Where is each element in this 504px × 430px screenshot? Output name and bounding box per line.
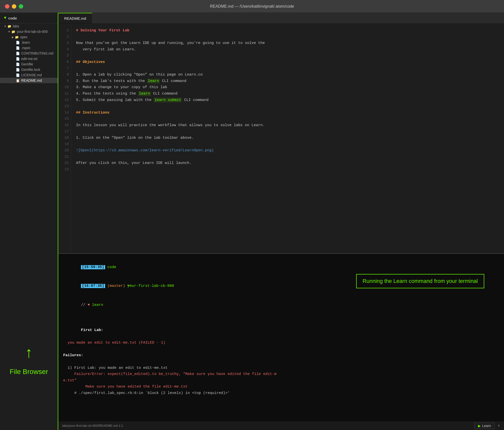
learn-button-label: Learn bbox=[482, 424, 491, 428]
editor-line: In this lesson you will practice the wor… bbox=[76, 122, 499, 129]
arrow-up-icon: ↑ bbox=[24, 346, 33, 361]
terminal-time-2: [16:07:35] bbox=[81, 284, 105, 288]
sidebar-item-gemfile-lock[interactable]: 📄 Gemfile.lock bbox=[0, 67, 58, 72]
sidebar-item-labs[interactable]: ▼ 📁 labs bbox=[0, 23, 58, 29]
editor-line: 3. Make a change to your copy of this la… bbox=[76, 84, 499, 91]
terminal-failure-1: 1) First Lab: you made an edit to edit-m… bbox=[63, 365, 499, 371]
sidebar-item-license[interactable]: 📄 LICENSE.md bbox=[0, 72, 58, 78]
terminal-dir-2: your-first-lab-cb-000 bbox=[125, 284, 174, 288]
sidebar-item-label: spec bbox=[20, 35, 28, 39]
sidebar-item-readme[interactable]: 📋 README.md bbox=[0, 78, 58, 83]
line-number: 23 bbox=[60, 167, 69, 173]
minimize-button[interactable] bbox=[12, 4, 16, 9]
chevron-down-icon: ▼ bbox=[4, 25, 6, 28]
terminal-prompt: // bbox=[81, 303, 88, 307]
editor-line: 5. Submit the passing lab with the learn… bbox=[76, 97, 499, 104]
line-number: 3 bbox=[60, 40, 69, 47]
sidebar-item-label: .learn bbox=[21, 40, 30, 44]
maximize-button[interactable] bbox=[19, 4, 23, 9]
sidebar-item-label: labs bbox=[13, 24, 19, 28]
terminal-line-blank bbox=[63, 314, 499, 321]
line-number: 9 bbox=[60, 78, 69, 85]
terminal-blank bbox=[63, 346, 499, 352]
editor-line bbox=[76, 116, 499, 122]
sidebar-item-contributing[interactable]: 📄 CONTRIBUTING.md bbox=[0, 51, 58, 56]
traffic-lights bbox=[5, 4, 23, 9]
editor-line: Now that you've got the Learn IDE up and… bbox=[76, 40, 499, 47]
line-number: 12 bbox=[60, 97, 69, 104]
editor-area[interactable]: 1 2 3 4 5 6 7 8 9 10 11 12 13 14 15 16 1… bbox=[58, 24, 504, 253]
editor-line: After you click on this, your Learn IDE … bbox=[76, 160, 499, 167]
editor-line: ## Instructions bbox=[76, 110, 499, 116]
chevron-right-icon: ▶ bbox=[12, 36, 14, 39]
tab-label: README.md bbox=[64, 16, 86, 20]
sidebar-item-gemfile[interactable]: 📄 Gemfile bbox=[0, 61, 58, 67]
line-number: 2 bbox=[60, 34, 69, 40]
terminal-dir-1: code bbox=[105, 265, 116, 269]
file-icon: 📋 bbox=[16, 79, 20, 82]
sidebar-item-label: .rspec bbox=[21, 46, 31, 50]
terminal-learn-cmd: learn bbox=[90, 303, 103, 307]
sidebar-item-label: Gemfile.lock bbox=[21, 68, 40, 72]
titlebar-title: README.md — /Users/kaitlinvignali/.atom/… bbox=[210, 4, 294, 9]
tab-readme[interactable]: README.md bbox=[58, 13, 92, 23]
folder-icon: 📁 bbox=[7, 24, 11, 28]
editor-line bbox=[76, 167, 499, 173]
tooltip-box: Running the Learn command from your term… bbox=[356, 274, 484, 288]
terminal-failure-detail-1: Failure/Error: expect(file_edited).to be… bbox=[63, 371, 499, 377]
terminal-area[interactable]: [15:59:35] code [16:07:35] (master) your… bbox=[58, 253, 504, 421]
terminal-failure-detail-4: # ./spec/first.lab_spec.rb:6:in `block (… bbox=[63, 390, 499, 396]
editor-line: ![Open](https://s3.amazonaws.com/learn-v… bbox=[76, 148, 499, 154]
terminal-blank2 bbox=[63, 358, 499, 365]
file-icon: 📄 bbox=[16, 73, 20, 77]
sidebar-item-spec[interactable]: ▶ 📁 spec bbox=[0, 34, 58, 40]
line-number: 7 bbox=[60, 66, 69, 72]
terminal-first-lab-label: First Lab: bbox=[63, 321, 499, 340]
editor-content[interactable]: # Solving Your First Lab Now that you've… bbox=[71, 24, 504, 253]
sidebar-item-learn[interactable]: 📄 .learn bbox=[0, 40, 58, 45]
line-number: 5 bbox=[60, 53, 69, 59]
file-icon: 📄 bbox=[16, 57, 20, 61]
terminal-failure-detail-2: e.txt" bbox=[63, 377, 499, 384]
file-icon: 📄 bbox=[16, 62, 20, 66]
editor-line bbox=[76, 103, 499, 110]
editor-line: 1. Open a lab by clicking "Open" on this… bbox=[76, 72, 499, 78]
sidebar-item-edit-me[interactable]: 📄 edit-me.txt bbox=[0, 56, 58, 61]
export-icon[interactable]: ⬆ bbox=[498, 423, 500, 428]
editor-line: very first lab on Learn. bbox=[76, 47, 499, 53]
line-number: 16 bbox=[60, 122, 69, 129]
editor-line bbox=[76, 53, 499, 59]
line-number: 15 bbox=[60, 116, 69, 122]
editor-line: # Solving Your First Lab bbox=[76, 28, 499, 34]
sidebar-item-label: Gemfile bbox=[21, 62, 33, 66]
learn-button[interactable]: ▶ Learn bbox=[474, 423, 495, 429]
folder-icon: 📁 bbox=[11, 30, 15, 34]
file-icon: 📄 bbox=[16, 52, 20, 55]
line-number: 13 bbox=[60, 103, 69, 110]
sidebar-item-label: your-first-lab-cb-000 bbox=[17, 30, 48, 34]
file-icon: 📄 bbox=[16, 46, 20, 50]
tooltip-arrow-icon: ← bbox=[127, 281, 132, 289]
status-right: ▶ Learn ⬆ bbox=[474, 423, 500, 429]
file-icon: 📄 bbox=[16, 68, 20, 72]
line-number: 20 bbox=[60, 148, 69, 154]
editor-line: 2. Run the lab's tests with the learn CL… bbox=[76, 78, 499, 85]
close-button[interactable] bbox=[5, 4, 9, 9]
editor-line: 4. Pass the tests using the learn CLI co… bbox=[76, 91, 499, 97]
status-file-info: labs/your-first-lab-cb-000/README.md 1:1 bbox=[62, 424, 123, 428]
folder-icon: ▼ bbox=[4, 16, 6, 20]
tab-bar: README.md bbox=[58, 13, 504, 24]
sidebar-item-rspec[interactable]: 📄 .rspec bbox=[0, 45, 58, 51]
terminal-fail-line: you made an edit to edit-me.txt (FAILED … bbox=[63, 340, 499, 346]
line-number: 22 bbox=[60, 160, 69, 167]
sidebar-item-label: CONTRIBUTING.md bbox=[21, 51, 53, 55]
editor-line: ## Objectives bbox=[76, 59, 499, 66]
line-numbers: 1 2 3 4 5 6 7 8 9 10 11 12 13 14 15 16 1… bbox=[58, 24, 71, 253]
editor-line bbox=[76, 141, 499, 148]
editor-line bbox=[76, 154, 499, 160]
sidebar-item-label: README.md bbox=[21, 78, 42, 82]
sidebar-item-your-first-lab[interactable]: ▼ 📁 your-first-lab-cb-000 bbox=[0, 29, 58, 34]
line-number: 8 bbox=[60, 72, 69, 78]
terminal-failures: Failures: bbox=[63, 352, 499, 359]
sidebar-root-title: code bbox=[8, 16, 17, 20]
